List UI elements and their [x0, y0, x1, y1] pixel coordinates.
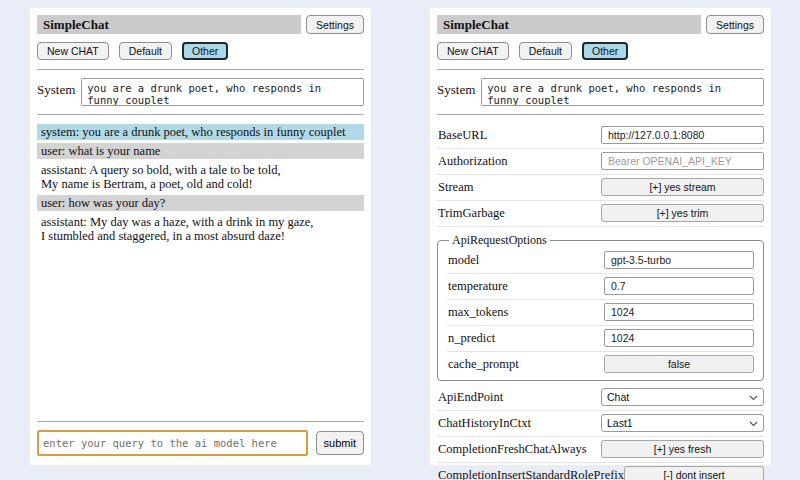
api-request-options-fieldset: ApiRequestOptions modeltemperaturemax_to…: [437, 233, 764, 381]
system-label: System: [437, 78, 475, 98]
system-label: System: [37, 78, 75, 98]
apiendpoint-control: Chat: [601, 388, 764, 406]
settings-panel: SimpleChat Settings New CHATDefaultOther…: [430, 8, 771, 465]
settings-button[interactable]: Settings: [306, 15, 364, 34]
completionfreshchatalways-control: [+] yes fresh: [601, 440, 764, 458]
cache-prompt-toggle-button[interactable]: false: [604, 355, 754, 373]
new-chat-button[interactable]: New CHAT: [37, 42, 109, 60]
stream-control: [+] yes stream: [601, 178, 764, 196]
authorization-control: [601, 152, 764, 170]
submit-button[interactable]: submit: [316, 431, 364, 455]
model-row: model: [447, 248, 754, 274]
default-button[interactable]: Default: [519, 42, 572, 60]
authorization-input[interactable]: [601, 152, 764, 170]
stream-toggle-button[interactable]: [+] yes stream: [601, 178, 764, 196]
settings-list-top: BaseURLAuthorizationStream[+] yes stream…: [437, 123, 764, 227]
n-predict-row: n_predict: [447, 326, 754, 352]
chathistoryinctxt-select[interactable]: Last1: [601, 414, 764, 432]
system-prompt-input[interactable]: you are a drunk poet, who responds in fu…: [81, 78, 364, 106]
completionfreshchatalways-label: CompletionFreshChatAlways: [437, 442, 601, 457]
divider: [37, 421, 364, 422]
settings-list-bottom: ApiEndPointChatChatHistoryInCtxtLast1Com…: [437, 385, 764, 480]
other-button[interactable]: Other: [182, 42, 228, 60]
divider: [37, 114, 364, 115]
trimgarbage-toggle-button[interactable]: [+] yes trim: [601, 204, 764, 222]
cache-prompt-row: cache_promptfalse: [447, 352, 754, 377]
completioninsertstandardroleprefix-control: [-] dont insert: [624, 466, 764, 480]
model-control: [604, 251, 754, 269]
chathistoryinctxt-label: ChatHistoryInCtxt: [437, 416, 601, 431]
baseurl-label: BaseURL: [437, 128, 601, 143]
baseurl-input[interactable]: [601, 126, 764, 144]
n-predict-control: [604, 329, 754, 347]
header: SimpleChat Settings: [437, 15, 764, 34]
completioninsertstandardroleprefix-label: CompletionInsertStandardRolePrefix: [437, 468, 624, 480]
n-predict-input[interactable]: [604, 329, 754, 347]
cache-prompt-control: false: [604, 355, 754, 373]
baseurl-control: [601, 126, 764, 144]
authorization-row: Authorization: [437, 149, 764, 175]
max-tokens-row: max_tokens: [447, 300, 754, 326]
trimgarbage-control: [+] yes trim: [601, 204, 764, 222]
max-tokens-control: [604, 303, 754, 321]
chat-panel: SimpleChat Settings New CHATDefaultOther…: [30, 8, 371, 465]
stream-row: Stream[+] yes stream: [437, 175, 764, 201]
chat-message-assistant: assistant: My day was a haze, with a dri…: [37, 214, 364, 244]
system-prompt-input[interactable]: you are a drunk poet, who responds in fu…: [481, 78, 764, 106]
max-tokens-input[interactable]: [604, 303, 754, 321]
completioninsertstandardroleprefix-row: CompletionInsertStandardRolePrefix[-] do…: [437, 463, 764, 480]
completioninsertstandardroleprefix-toggle-button[interactable]: [-] dont insert: [624, 466, 764, 480]
chevron-down-icon: [749, 391, 758, 403]
divider: [437, 69, 764, 70]
toolbar: New CHATDefaultOther: [437, 42, 764, 60]
n-predict-label: n_predict: [447, 331, 604, 346]
system-prompt-row: System you are a drunk poet, who respond…: [37, 78, 364, 106]
cache-prompt-label: cache_prompt: [447, 357, 604, 372]
other-button[interactable]: Other: [582, 42, 628, 60]
chat-message-user: user: how was your day?: [37, 195, 364, 211]
chat-message-assistant: assistant: A query so bold, with a tale …: [37, 162, 364, 192]
trimgarbage-label: TrimGarbage: [437, 206, 601, 221]
chathistoryinctxt-row: ChatHistoryInCtxtLast1: [437, 411, 764, 437]
chat-message-system: system: you are a drunk poet, who respon…: [37, 124, 364, 140]
apiendpoint-selected-value: Chat: [607, 391, 629, 403]
temperature-row: temperature: [447, 274, 754, 300]
temperature-control: [604, 277, 754, 295]
baseurl-row: BaseURL: [437, 123, 764, 149]
max-tokens-label: max_tokens: [447, 305, 604, 320]
chathistoryinctxt-selected-value: Last1: [607, 417, 633, 429]
completionfreshchatalways-row: CompletionFreshChatAlways[+] yes fresh: [437, 437, 764, 463]
divider: [37, 69, 364, 70]
temperature-input[interactable]: [604, 277, 754, 295]
system-prompt-row: System you are a drunk poet, who respond…: [437, 78, 764, 106]
trimgarbage-row: TrimGarbage[+] yes trim: [437, 201, 764, 227]
app-title: SimpleChat: [437, 15, 701, 34]
chat-log: system: you are a drunk poet, who respon…: [37, 124, 364, 413]
authorization-label: Authorization: [437, 154, 601, 169]
apiendpoint-label: ApiEndPoint: [437, 390, 601, 405]
apiendpoint-select[interactable]: Chat: [601, 388, 764, 406]
chevron-down-icon: [749, 417, 758, 429]
completionfreshchatalways-toggle-button[interactable]: [+] yes fresh: [601, 440, 764, 458]
model-input[interactable]: [604, 251, 754, 269]
query-row: submit: [37, 430, 364, 456]
chat-message-user: user: what is your name: [37, 143, 364, 159]
temperature-label: temperature: [447, 279, 604, 294]
settings-button[interactable]: Settings: [706, 15, 764, 34]
chathistoryinctxt-control: Last1: [601, 414, 764, 432]
header: SimpleChat Settings: [37, 15, 364, 34]
stream-label: Stream: [437, 180, 601, 195]
default-button[interactable]: Default: [119, 42, 172, 60]
app-title: SimpleChat: [37, 15, 301, 34]
divider: [437, 114, 764, 115]
toolbar: New CHATDefaultOther: [37, 42, 364, 60]
api-request-options-rows: modeltemperaturemax_tokensn_predictcache…: [447, 248, 754, 377]
model-label: model: [447, 253, 604, 268]
new-chat-button[interactable]: New CHAT: [437, 42, 509, 60]
apiendpoint-row: ApiEndPointChat: [437, 385, 764, 411]
query-input[interactable]: [37, 430, 308, 456]
api-request-options-legend: ApiRequestOptions: [449, 233, 550, 248]
